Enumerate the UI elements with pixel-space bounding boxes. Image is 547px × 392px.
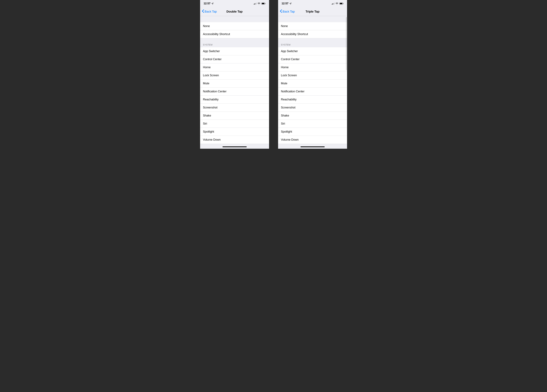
status-bar: 12:57 — [200, 0, 269, 7]
wifi-icon — [258, 2, 260, 5]
option-label: App Switcher — [281, 50, 298, 53]
option-app-switcher[interactable]: App Switcher — [278, 47, 347, 55]
svg-rect-1 — [262, 3, 264, 4]
option-label: Accessibility Shortcut — [281, 33, 308, 36]
option-none[interactable]: None — [200, 22, 269, 30]
option-spotlight[interactable]: Spotlight — [200, 128, 269, 136]
option-lock-screen[interactable]: Lock Screen — [278, 72, 347, 80]
option-label: Shake — [203, 114, 211, 117]
option-label: Reachability — [281, 98, 297, 101]
option-lock-screen[interactable]: Lock Screen — [200, 72, 269, 80]
scroll-area[interactable]: None Accessibility Shortcut SYSTEM App S… — [200, 16, 269, 149]
option-control-center[interactable]: Control Center — [200, 55, 269, 63]
settings-list: None Accessibility Shortcut SYSTEM App S… — [200, 16, 269, 149]
cellular-signal-icon — [332, 3, 335, 5]
home-indicator[interactable] — [223, 146, 247, 147]
option-label: Home — [203, 66, 211, 69]
status-time: 12:57 — [204, 2, 210, 5]
section-header-system: SYSTEM — [278, 38, 347, 47]
option-accessibility-shortcut[interactable]: Accessibility Shortcut — [278, 30, 347, 38]
status-right — [332, 2, 344, 5]
option-mute[interactable]: Mute — [278, 80, 347, 87]
option-mute[interactable]: Mute — [200, 80, 269, 87]
section-gap — [200, 16, 269, 22]
option-screenshot[interactable]: Screenshot — [278, 104, 347, 112]
back-button[interactable]: Back Tap — [280, 9, 295, 14]
back-button[interactable]: Back Tap — [202, 9, 217, 14]
option-label: Volume Down — [203, 138, 221, 141]
option-label: Mute — [281, 82, 287, 85]
option-label: Spotlight — [203, 130, 214, 133]
option-label: App Switcher — [203, 50, 220, 53]
option-none[interactable]: None — [278, 22, 347, 30]
option-label: Volume Down — [281, 138, 299, 141]
nav-bar: Back Tap Triple Tap — [278, 7, 347, 16]
status-bar: 12:57 — [278, 0, 347, 7]
wifi-icon — [335, 2, 338, 5]
option-notification-center[interactable]: Notification Center — [200, 87, 269, 96]
option-label: Notification Center — [281, 90, 305, 93]
scroll-area[interactable]: None Accessibility Shortcut SYSTEM App S… — [278, 16, 347, 149]
option-label: Screenshot — [203, 106, 218, 109]
location-arrow-icon — [211, 2, 214, 5]
option-home[interactable]: Home — [200, 63, 269, 72]
battery-icon — [339, 2, 344, 5]
option-label: Shake — [281, 114, 289, 117]
option-label: Spotlight — [281, 130, 292, 133]
option-notification-center[interactable]: Notification Center — [278, 87, 347, 96]
option-shake[interactable]: Shake — [278, 112, 347, 120]
option-label: Control Center — [281, 58, 300, 61]
option-screenshot[interactable]: Screenshot — [200, 104, 269, 112]
back-label: Back Tap — [283, 10, 295, 13]
option-volume-down[interactable]: Volume Down — [200, 136, 269, 144]
location-arrow-icon — [289, 2, 292, 5]
option-label: Siri — [281, 122, 285, 125]
option-label: Mute — [203, 82, 209, 85]
chevron-left-icon — [202, 9, 204, 14]
back-label: Back Tap — [205, 10, 217, 13]
stage: 12:57 — [194, 0, 354, 149]
option-label: Accessibility Shortcut — [203, 33, 230, 36]
scrollbar-thumb[interactable] — [346, 17, 347, 70]
svg-rect-5 — [343, 3, 344, 4]
section-group-top: None Accessibility Shortcut — [200, 22, 269, 38]
section-group-top: None Accessibility Shortcut — [278, 22, 347, 38]
phone-double-tap: 12:57 — [200, 0, 269, 149]
option-label: Lock Screen — [203, 74, 219, 77]
option-label: Notification Center — [203, 90, 226, 93]
status-right — [254, 2, 266, 5]
section-group-system: App Switcher Control Center Home Lock Sc… — [200, 47, 269, 144]
option-label: Screenshot — [281, 106, 295, 109]
option-app-switcher[interactable]: App Switcher — [200, 47, 269, 55]
option-siri[interactable]: Siri — [278, 120, 347, 128]
option-reachability[interactable]: Reachability — [278, 96, 347, 104]
battery-icon — [261, 2, 266, 5]
option-siri[interactable]: Siri — [200, 120, 269, 128]
option-label: Lock Screen — [281, 74, 297, 77]
section-group-system: App Switcher Control Center Home Lock Sc… — [278, 47, 347, 144]
phone-triple-tap: 12:57 — [278, 0, 347, 149]
svg-rect-2 — [265, 3, 266, 4]
option-volume-down[interactable]: Volume Down — [278, 136, 347, 144]
option-home[interactable]: Home — [278, 63, 347, 72]
status-left: 12:57 — [204, 2, 214, 5]
svg-rect-4 — [340, 3, 342, 4]
section-header-system: SYSTEM — [200, 38, 269, 47]
option-spotlight[interactable]: Spotlight — [278, 128, 347, 136]
option-label: Reachability — [203, 98, 219, 101]
status-time: 12:57 — [282, 2, 288, 5]
option-label: Home — [281, 66, 289, 69]
option-accessibility-shortcut[interactable]: Accessibility Shortcut — [200, 30, 269, 38]
option-reachability[interactable]: Reachability — [200, 96, 269, 104]
status-left: 12:57 — [282, 2, 292, 5]
option-label: Control Center — [203, 58, 222, 61]
option-label: None — [203, 25, 210, 28]
settings-list: None Accessibility Shortcut SYSTEM App S… — [278, 16, 347, 149]
home-indicator[interactable] — [301, 146, 325, 147]
cellular-signal-icon — [254, 3, 257, 5]
section-gap — [278, 16, 347, 22]
option-shake[interactable]: Shake — [200, 112, 269, 120]
option-control-center[interactable]: Control Center — [278, 55, 347, 63]
option-label: Siri — [203, 122, 207, 125]
chevron-left-icon — [280, 9, 282, 14]
